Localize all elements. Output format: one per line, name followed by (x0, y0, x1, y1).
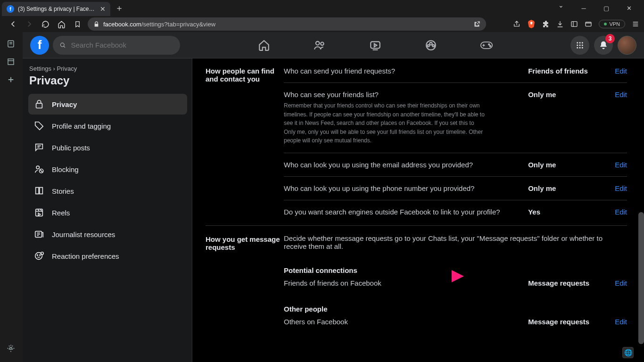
sidebar-item-profile-tagging[interactable]: Profile and tagging (28, 115, 187, 136)
setting-question: Friends of friends on Facebook (284, 279, 521, 287)
setting-question: Who can look you up using the email addr… (284, 161, 521, 169)
wallet-icon[interactable] (585, 20, 592, 28)
section-title-message-requests: How you get message requests (206, 234, 284, 333)
nav-home-icon[interactable] (250, 34, 278, 57)
browser-toolbar: facebook.com/settings?tab=privacy&view V… (0, 16, 644, 32)
new-tab-button[interactable]: ＋ (110, 2, 128, 14)
minimize-button[interactable]: ─ (574, 1, 593, 15)
sidebar-item-reels[interactable]: Reels (28, 202, 187, 223)
setting-value: Yes (528, 208, 608, 216)
address-bar[interactable]: facebook.com/settings?tab=privacy&view (88, 17, 486, 31)
edit-link[interactable]: Edit (615, 279, 627, 287)
bookmark-button[interactable] (72, 18, 83, 30)
subsection-potential-connections: Potential connections (284, 258, 627, 277)
nav-gaming-icon[interactable] (472, 34, 501, 57)
chat-icon (33, 142, 45, 153)
facebook-logo[interactable]: f (30, 36, 49, 55)
brave-shields-icon[interactable] (527, 20, 536, 28)
settings-icon[interactable] (7, 344, 16, 354)
block-icon (33, 164, 45, 174)
setting-value: Friends of friends (528, 67, 608, 75)
sidebar-item-stories[interactable]: Stories (28, 181, 187, 201)
svg-rect-0 (571, 22, 577, 27)
svg-point-22 (579, 47, 581, 48)
edit-link[interactable]: Edit (615, 318, 627, 326)
breadcrumb-root[interactable]: Settings (29, 65, 51, 72)
nav-groups-icon[interactable] (417, 34, 445, 57)
svg-rect-7 (371, 41, 380, 48)
tabs-dropdown-icon[interactable]: ⌄ (558, 1, 564, 15)
nav-watch-icon[interactable] (361, 34, 389, 57)
menu-grid-button[interactable] (570, 36, 589, 55)
sidebar-item-blocking[interactable]: Blocking (28, 159, 187, 180)
svg-point-17 (582, 42, 583, 43)
reading-list-icon[interactable] (7, 40, 16, 49)
breadcrumb: Settings › Privacy (28, 65, 187, 72)
edit-link[interactable]: Edit (615, 208, 627, 216)
svg-point-14 (490, 45, 491, 47)
language-globe-icon[interactable]: 🌐 (622, 347, 634, 358)
setting-question: Who can send you friend requests? (284, 67, 521, 75)
close-icon[interactable]: ✕ (100, 5, 106, 13)
sidebar-item-label: Stories (52, 187, 74, 195)
browser-tab[interactable]: f (3) Settings & privacy | Facebook ✕ (2, 2, 110, 16)
setting-row: Who can look you up using the phone numb… (284, 176, 627, 200)
url-text: facebook.com/settings?tab=privacy&view (103, 21, 215, 28)
setting-row: Who can send you friend requests? Friend… (284, 66, 627, 82)
nav-friends-icon[interactable] (305, 34, 334, 57)
sidebar-item-label: Privacy (52, 100, 77, 108)
edit-link[interactable]: Edit (615, 161, 627, 169)
svg-point-13 (488, 43, 490, 45)
downloads-icon[interactable] (556, 20, 564, 28)
setting-row: Do you want search engines outside Faceb… (284, 200, 627, 223)
add-panel-icon[interactable] (7, 75, 16, 85)
settings-content: How people can find and contact you Who … (192, 58, 644, 362)
edit-link[interactable]: Edit (615, 67, 627, 75)
sidebar-item-journalist[interactable]: Journalist resources (28, 224, 187, 245)
home-button[interactable] (56, 18, 67, 30)
sidebar-item-public-posts[interactable]: Public posts (28, 137, 187, 158)
notification-badge: 3 (605, 34, 615, 43)
facebook-header: f 3 (23, 32, 644, 58)
account-avatar[interactable] (618, 36, 636, 55)
setting-value: Message requests (528, 318, 608, 326)
emoji-icon (33, 251, 45, 261)
reload-button[interactable] (40, 18, 51, 30)
close-window-button[interactable]: ✕ (619, 1, 638, 15)
search-field[interactable] (71, 41, 173, 49)
svg-point-15 (577, 42, 578, 43)
back-button[interactable] (8, 18, 19, 30)
sidebar-item-privacy[interactable]: Privacy (28, 94, 187, 115)
svg-point-19 (579, 44, 581, 46)
sidebar-item-reactions[interactable]: Reaction preferences (28, 246, 187, 266)
search-input[interactable] (53, 36, 180, 55)
browser-side-panel (0, 32, 23, 362)
maximize-button[interactable]: ▢ (597, 1, 616, 15)
section-title-find-contact: How people can find and contact you (206, 66, 284, 223)
setting-question: Who can look you up using the phone numb… (284, 184, 521, 192)
tab-title: (3) Settings & privacy | Facebook (18, 6, 96, 12)
sidebar-item-label: Journalist resources (52, 230, 115, 239)
svg-point-10 (427, 44, 429, 46)
share-icon[interactable] (513, 20, 520, 28)
edit-link[interactable]: Edit (615, 90, 627, 99)
sidebar-toggle-icon[interactable] (570, 20, 578, 28)
scrollbar-thumb[interactable] (638, 212, 644, 344)
forward-button[interactable] (24, 18, 35, 30)
tag-icon (33, 121, 45, 131)
bookmarks-icon[interactable] (7, 58, 16, 67)
svg-point-6 (321, 42, 324, 45)
svg-point-32 (41, 252, 44, 255)
subsection-other-people: Other people (284, 295, 627, 316)
svg-point-4 (60, 43, 64, 47)
svg-point-16 (579, 42, 581, 43)
vpn-pill[interactable]: VPN (599, 20, 625, 28)
notifications-button[interactable]: 3 (594, 36, 613, 55)
setting-value: Only me (528, 161, 608, 169)
top-nav (184, 34, 567, 57)
app-viewport: f 3 Settings › Pr (23, 32, 644, 362)
open-external-icon[interactable] (473, 21, 480, 28)
edit-link[interactable]: Edit (615, 184, 627, 192)
extensions-icon[interactable] (542, 20, 550, 28)
menu-icon[interactable] (632, 20, 639, 28)
